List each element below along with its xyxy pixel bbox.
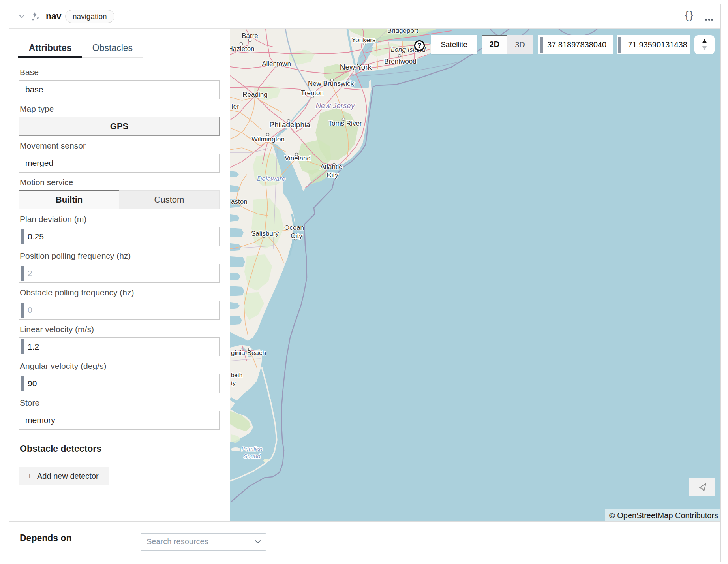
svg-text:Allentown: Allentown [262, 60, 291, 68]
svg-text:New York: New York [340, 63, 372, 71]
svg-text:Wilmington: Wilmington [251, 135, 285, 143]
svg-text:Delaware: Delaware [257, 175, 285, 182]
svg-text:Reading: Reading [242, 91, 267, 98]
svg-text:Atlantic: Atlantic [320, 163, 342, 171]
svg-text:City: City [291, 232, 302, 240]
svg-text:aston: aston [231, 198, 248, 205]
svg-text:ty: ty [231, 380, 236, 386]
svg-text:City: City [326, 171, 338, 179]
svg-text:Philadelphia: Philadelphia [269, 120, 310, 129]
svg-text:Salisbury: Salisbury [251, 230, 279, 237]
svg-text:Sound: Sound [243, 453, 261, 459]
svg-text:Hazleton: Hazleton [230, 45, 255, 53]
svg-text:Long Island: Long Island [391, 46, 426, 53]
svg-text:Yonkers: Yonkers [352, 36, 376, 44]
svg-text:Ocean: Ocean [284, 224, 304, 231]
svg-text:Barre: Barre [242, 32, 258, 39]
svg-text:beth: beth [231, 372, 242, 378]
svg-text:ter: ter [231, 103, 239, 110]
svg-text:ginia Beach: ginia Beach [231, 349, 266, 357]
svg-text:Brentwood: Brentwood [384, 58, 416, 65]
svg-text:Toms River: Toms River [328, 120, 362, 127]
svg-text:New Brunswick: New Brunswick [308, 80, 354, 87]
svg-text:Bridgeport: Bridgeport [387, 29, 418, 34]
svg-text:New Jersey: New Jersey [315, 102, 355, 110]
svg-text:Vineland: Vineland [285, 154, 311, 162]
svg-text:Trenton: Trenton [301, 89, 324, 97]
svg-text:Pamlico: Pamlico [241, 446, 262, 452]
